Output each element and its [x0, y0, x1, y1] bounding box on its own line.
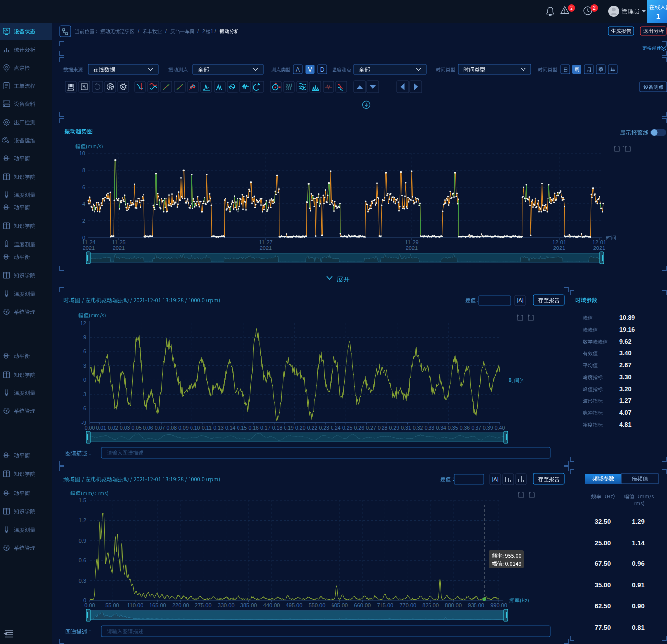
svg-text:1.2: 1.2	[79, 517, 86, 523]
svg-text:6: 6	[82, 184, 85, 190]
svg-text:0.13: 0.13	[213, 425, 224, 431]
svg-text:25.00: 25.00	[595, 539, 611, 546]
svg-text:0.18: 0.18	[272, 425, 283, 431]
svg-text:110.00: 110.00	[127, 602, 143, 608]
svg-text:A: A	[296, 66, 300, 73]
svg-text:0.14: 0.14	[225, 425, 236, 431]
svg-text:2: 2	[593, 5, 596, 11]
svg-text:0.16: 0.16	[248, 425, 259, 431]
svg-text:9: 9	[83, 334, 86, 340]
svg-text:440.00: 440.00	[263, 602, 280, 608]
svg-text:0.32: 0.32	[413, 425, 423, 431]
svg-text:0.20: 0.20	[295, 425, 306, 431]
svg-text:0.3: 0.3	[79, 578, 86, 584]
svg-text:2: 2	[202, 29, 205, 34]
svg-text:0.17: 0.17	[260, 425, 271, 431]
svg-text:0.19: 0.19	[284, 425, 294, 431]
svg-text:770.00: 770.00	[399, 602, 416, 608]
svg-text:4: 4	[82, 201, 85, 207]
svg-text:0: 0	[83, 377, 86, 383]
svg-text:715.00: 715.00	[377, 602, 393, 608]
svg-text:10.89: 10.89	[619, 314, 635, 321]
svg-text:19.16: 19.16	[619, 326, 635, 333]
svg-text:V: V	[308, 66, 312, 73]
svg-text:3.20: 3.20	[619, 386, 631, 393]
svg-text:0.40: 0.40	[495, 425, 505, 431]
svg-text:0.06: 0.06	[143, 425, 153, 431]
svg-text:0.22: 0.22	[307, 425, 318, 431]
svg-text:0.36: 0.36	[460, 425, 470, 431]
svg-text:0.25: 0.25	[342, 425, 353, 431]
svg-text:11-29: 11-29	[405, 239, 418, 245]
svg-text:0.6: 0.6	[79, 557, 86, 563]
svg-text:825.00: 825.00	[422, 602, 439, 608]
svg-text:4.81: 4.81	[619, 421, 631, 428]
svg-text:2021: 2021	[406, 245, 418, 251]
svg-text:2021: 2021	[553, 245, 565, 251]
svg-text:0.37: 0.37	[471, 425, 481, 431]
svg-text:77.50: 77.50	[595, 624, 611, 631]
svg-text:0.31: 0.31	[401, 425, 411, 431]
svg-text:55.00: 55.00	[105, 602, 119, 608]
svg-text:0.09: 0.09	[178, 425, 189, 431]
svg-text:0.02: 0.02	[108, 425, 118, 431]
svg-text:2021: 2021	[83, 245, 95, 251]
svg-text:11-25: 11-25	[112, 239, 125, 245]
svg-text:0.91: 0.91	[632, 581, 644, 589]
svg-text:0.34: 0.34	[436, 425, 446, 431]
svg-text:9.62: 9.62	[619, 338, 631, 345]
svg-text:3.30: 3.30	[619, 374, 631, 381]
svg-text:10: 10	[79, 150, 85, 156]
svg-text:2021: 2021	[260, 245, 272, 251]
svg-text:0.26: 0.26	[354, 425, 365, 431]
svg-text:0.23: 0.23	[319, 425, 329, 431]
svg-text:0.03: 0.03	[120, 425, 130, 431]
svg-text:|A|: |A|	[517, 297, 523, 303]
svg-text:1: 1	[210, 29, 213, 34]
svg-text:0.90: 0.90	[632, 602, 644, 610]
svg-text:D: D	[320, 66, 325, 73]
svg-text:275.00: 275.00	[195, 602, 212, 608]
svg-text:2: 2	[570, 5, 573, 11]
svg-text:6: 6	[83, 348, 86, 354]
svg-text:495.00: 495.00	[286, 602, 303, 608]
svg-text:1.27: 1.27	[619, 397, 631, 404]
svg-text:67.50: 67.50	[595, 560, 611, 567]
svg-text:3: 3	[83, 363, 86, 369]
svg-text:0.81: 0.81	[632, 624, 644, 631]
svg-text:0.27: 0.27	[366, 425, 376, 431]
svg-text:0.10: 0.10	[190, 425, 200, 431]
svg-text:2: 2	[82, 218, 85, 224]
svg-text:0.00: 0.00	[84, 602, 95, 608]
svg-text:880.00: 880.00	[445, 602, 462, 608]
svg-text:165.00: 165.00	[149, 602, 166, 608]
svg-text:660.00: 660.00	[354, 602, 371, 608]
svg-text:935.00: 935.00	[468, 602, 484, 608]
svg-text:550.00: 550.00	[309, 602, 326, 608]
svg-text:-6: -6	[81, 405, 86, 411]
svg-text:1.5: 1.5	[79, 497, 86, 503]
svg-text:8: 8	[82, 167, 85, 173]
svg-text:11-27: 11-27	[259, 239, 272, 245]
svg-text:605.00: 605.00	[332, 602, 348, 608]
svg-text:0.9: 0.9	[79, 538, 86, 544]
svg-text:0.05: 0.05	[131, 425, 142, 431]
svg-text:12-01: 12-01	[592, 239, 606, 245]
svg-text:2021: 2021	[593, 245, 605, 251]
svg-text:0.08: 0.08	[167, 425, 177, 431]
svg-text:0.15: 0.15	[237, 425, 247, 431]
svg-text:2.67: 2.67	[619, 362, 631, 369]
svg-text:0.01: 0.01	[96, 425, 106, 431]
svg-text:0.00: 0.00	[85, 425, 95, 431]
svg-text:0.07: 0.07	[155, 425, 165, 431]
svg-text:32.50: 32.50	[595, 518, 611, 525]
svg-text:330.00: 330.00	[218, 602, 235, 608]
svg-text:12: 12	[80, 320, 86, 326]
svg-text:0.11: 0.11	[202, 425, 212, 431]
svg-text:0.35: 0.35	[448, 425, 458, 431]
svg-text:4.07: 4.07	[619, 409, 631, 416]
svg-text:1.29: 1.29	[632, 518, 644, 525]
svg-text:0.33: 0.33	[425, 425, 435, 431]
svg-text:0.28: 0.28	[378, 425, 388, 431]
svg-text:990.00: 990.00	[490, 602, 507, 608]
